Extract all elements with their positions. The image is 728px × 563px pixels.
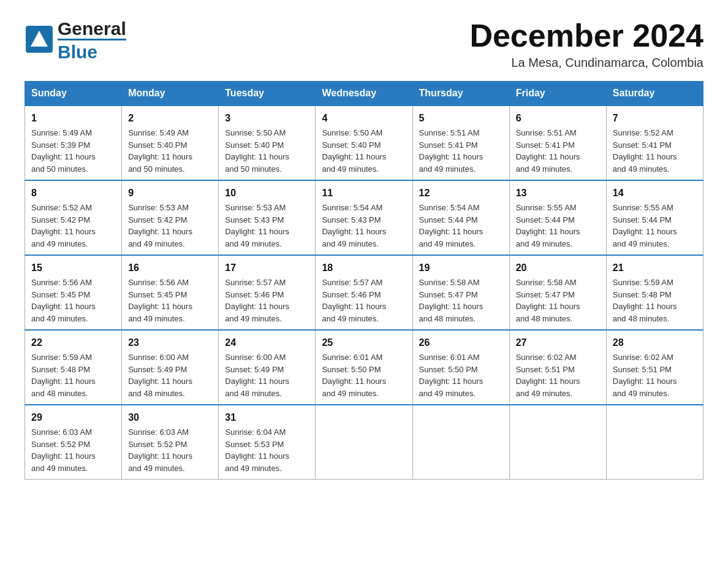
weekday-header-friday: Friday (509, 82, 606, 106)
weekday-header-monday: Monday (122, 82, 219, 106)
calendar-cell: 8Sunrise: 5:52 AM Sunset: 5:42 PM Daylig… (25, 180, 122, 255)
day-info: Sunrise: 5:52 AM Sunset: 5:41 PM Dayligh… (613, 127, 697, 175)
calendar-cell: 6Sunrise: 5:51 AM Sunset: 5:41 PM Daylig… (509, 105, 606, 180)
logo: General Blue (25, 18, 126, 62)
day-number: 5 (419, 111, 503, 126)
day-number: 8 (31, 186, 115, 201)
day-number: 29 (31, 410, 115, 425)
calendar-cell: 14Sunrise: 5:55 AM Sunset: 5:44 PM Dayli… (606, 180, 703, 255)
day-number: 18 (322, 261, 406, 275)
day-number: 26 (419, 335, 503, 350)
day-info: Sunrise: 5:57 AM Sunset: 5:46 PM Dayligh… (322, 277, 406, 324)
weekday-header-wednesday: Wednesday (316, 82, 412, 106)
calendar-week-row: 15Sunrise: 5:56 AM Sunset: 5:45 PM Dayli… (25, 255, 703, 330)
calendar-cell: 7Sunrise: 5:52 AM Sunset: 5:41 PM Daylig… (606, 105, 703, 180)
weekday-header-thursday: Thursday (412, 82, 509, 106)
day-info: Sunrise: 5:49 AM Sunset: 5:39 PM Dayligh… (31, 127, 115, 175)
day-info: Sunrise: 5:52 AM Sunset: 5:42 PM Dayligh… (31, 202, 115, 250)
day-number: 19 (419, 261, 503, 275)
day-number: 23 (128, 335, 212, 350)
calendar-cell: 5Sunrise: 5:51 AM Sunset: 5:41 PM Daylig… (412, 105, 509, 180)
day-info: Sunrise: 5:54 AM Sunset: 5:44 PM Dayligh… (419, 202, 503, 250)
day-number: 13 (516, 186, 600, 201)
calendar-cell: 24Sunrise: 6:00 AM Sunset: 5:49 PM Dayli… (219, 330, 316, 405)
day-number: 22 (31, 335, 115, 350)
day-number: 6 (516, 111, 600, 126)
day-number: 11 (322, 186, 406, 201)
day-info: Sunrise: 5:51 AM Sunset: 5:41 PM Dayligh… (419, 127, 503, 175)
calendar-cell: 25Sunrise: 6:01 AM Sunset: 5:50 PM Dayli… (316, 330, 412, 405)
day-info: Sunrise: 6:00 AM Sunset: 5:49 PM Dayligh… (128, 351, 212, 399)
day-number: 21 (613, 261, 697, 275)
calendar-cell: 23Sunrise: 6:00 AM Sunset: 5:49 PM Dayli… (122, 330, 219, 405)
title-section: December 2024 La Mesa, Cundinamarca, Col… (469, 18, 703, 70)
calendar-cell: 3Sunrise: 5:50 AM Sunset: 5:40 PM Daylig… (219, 105, 316, 180)
day-info: Sunrise: 6:01 AM Sunset: 5:50 PM Dayligh… (419, 351, 503, 399)
calendar-cell: 18Sunrise: 5:57 AM Sunset: 5:46 PM Dayli… (316, 255, 412, 330)
calendar-cell: 19Sunrise: 5:58 AM Sunset: 5:47 PM Dayli… (412, 255, 509, 330)
day-info: Sunrise: 6:02 AM Sunset: 5:51 PM Dayligh… (613, 351, 697, 399)
day-number: 28 (613, 335, 697, 350)
calendar-cell (509, 405, 606, 480)
day-number: 30 (128, 410, 212, 425)
calendar-cell: 29Sunrise: 6:03 AM Sunset: 5:52 PM Dayli… (25, 405, 122, 480)
day-info: Sunrise: 5:59 AM Sunset: 5:48 PM Dayligh… (613, 277, 697, 324)
day-number: 15 (31, 261, 115, 275)
day-number: 25 (322, 335, 406, 350)
weekday-header-sunday: Sunday (25, 82, 122, 106)
day-info: Sunrise: 5:56 AM Sunset: 5:45 PM Dayligh… (31, 277, 115, 324)
day-info: Sunrise: 5:55 AM Sunset: 5:44 PM Dayligh… (516, 202, 600, 250)
day-number: 10 (225, 186, 309, 201)
day-info: Sunrise: 5:58 AM Sunset: 5:47 PM Dayligh… (516, 277, 600, 324)
location-title: La Mesa, Cundinamarca, Colombia (469, 56, 703, 70)
logo-general-text: General (58, 18, 126, 39)
logo-icon (25, 25, 54, 54)
day-info: Sunrise: 5:50 AM Sunset: 5:40 PM Dayligh… (322, 127, 406, 175)
day-info: Sunrise: 5:59 AM Sunset: 5:48 PM Dayligh… (31, 351, 115, 399)
calendar-cell: 22Sunrise: 5:59 AM Sunset: 5:48 PM Dayli… (25, 330, 122, 405)
weekday-header-saturday: Saturday (606, 82, 703, 106)
calendar-week-row: 1Sunrise: 5:49 AM Sunset: 5:39 PM Daylig… (25, 105, 703, 180)
day-number: 16 (128, 261, 212, 275)
calendar-cell: 1Sunrise: 5:49 AM Sunset: 5:39 PM Daylig… (25, 105, 122, 180)
day-number: 1 (31, 111, 115, 126)
calendar-cell: 30Sunrise: 6:03 AM Sunset: 5:52 PM Dayli… (122, 405, 219, 480)
day-number: 27 (516, 335, 600, 350)
day-info: Sunrise: 5:51 AM Sunset: 5:41 PM Dayligh… (516, 127, 600, 175)
calendar-cell: 9Sunrise: 5:53 AM Sunset: 5:42 PM Daylig… (122, 180, 219, 255)
day-info: Sunrise: 6:03 AM Sunset: 5:52 PM Dayligh… (128, 426, 212, 474)
day-number: 4 (322, 111, 406, 126)
calendar-cell: 2Sunrise: 5:49 AM Sunset: 5:40 PM Daylig… (122, 105, 219, 180)
calendar-cell (316, 405, 412, 480)
day-info: Sunrise: 5:53 AM Sunset: 5:42 PM Dayligh… (128, 202, 212, 250)
calendar-cell: 27Sunrise: 6:02 AM Sunset: 5:51 PM Dayli… (509, 330, 606, 405)
calendar-cell (606, 405, 703, 480)
day-info: Sunrise: 6:01 AM Sunset: 5:50 PM Dayligh… (322, 351, 406, 399)
calendar-cell: 28Sunrise: 6:02 AM Sunset: 5:51 PM Dayli… (606, 330, 703, 405)
weekday-header-row: SundayMondayTuesdayWednesdayThursdayFrid… (25, 82, 703, 106)
calendar-cell: 13Sunrise: 5:55 AM Sunset: 5:44 PM Dayli… (509, 180, 606, 255)
calendar-cell: 4Sunrise: 5:50 AM Sunset: 5:40 PM Daylig… (316, 105, 412, 180)
day-number: 14 (613, 186, 697, 201)
calendar-cell: 31Sunrise: 6:04 AM Sunset: 5:53 PM Dayli… (219, 405, 316, 480)
day-info: Sunrise: 5:56 AM Sunset: 5:45 PM Dayligh… (128, 277, 212, 324)
calendar-cell: 17Sunrise: 5:57 AM Sunset: 5:46 PM Dayli… (219, 255, 316, 330)
weekday-header-tuesday: Tuesday (219, 82, 316, 106)
calendar-cell: 12Sunrise: 5:54 AM Sunset: 5:44 PM Dayli… (412, 180, 509, 255)
day-info: Sunrise: 5:49 AM Sunset: 5:40 PM Dayligh… (128, 127, 212, 175)
day-info: Sunrise: 5:50 AM Sunset: 5:40 PM Dayligh… (225, 127, 309, 175)
day-number: 24 (225, 335, 309, 350)
day-number: 2 (128, 111, 212, 126)
calendar-cell: 21Sunrise: 5:59 AM Sunset: 5:48 PM Dayli… (606, 255, 703, 330)
day-number: 3 (225, 111, 309, 126)
calendar-cell: 10Sunrise: 5:53 AM Sunset: 5:43 PM Dayli… (219, 180, 316, 255)
day-number: 7 (613, 111, 697, 126)
calendar-cell: 20Sunrise: 5:58 AM Sunset: 5:47 PM Dayli… (509, 255, 606, 330)
day-info: Sunrise: 5:54 AM Sunset: 5:43 PM Dayligh… (322, 202, 406, 250)
calendar-cell: 11Sunrise: 5:54 AM Sunset: 5:43 PM Dayli… (316, 180, 412, 255)
day-number: 31 (225, 410, 309, 425)
calendar-week-row: 29Sunrise: 6:03 AM Sunset: 5:52 PM Dayli… (25, 405, 703, 480)
calendar-week-row: 22Sunrise: 5:59 AM Sunset: 5:48 PM Dayli… (25, 330, 703, 405)
calendar-cell (412, 405, 509, 480)
day-number: 12 (419, 186, 503, 201)
